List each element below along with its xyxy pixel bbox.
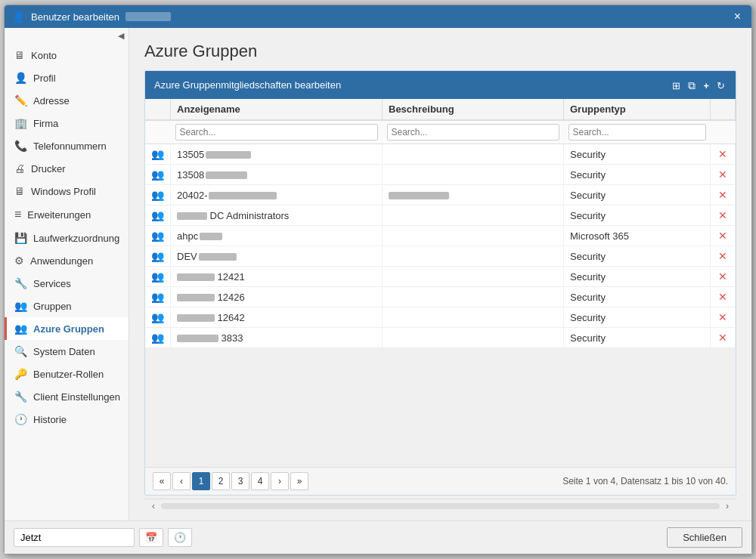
- row-gruppentyp: Security: [564, 328, 711, 348]
- benutzer-rollen-icon: 🔑: [14, 368, 27, 380]
- copy-button[interactable]: ⧉: [686, 77, 697, 93]
- row-action-cell: ✕: [711, 246, 736, 267]
- name-text: 12642: [215, 312, 245, 323]
- gruppen-icon: 👥: [14, 300, 27, 312]
- sidebar-item-telefonnummern[interactable]: 📞 Telefonnummern: [5, 134, 129, 157]
- sidebar-item-drucker[interactable]: 🖨 Drucker: [5, 157, 129, 180]
- sidebar-item-windows-profil[interactable]: 🖥 Windows Profil: [5, 180, 129, 202]
- sidebar: ◀ 🖥 Konto 👤 Profil ✏️ Adresse 🏢 Firma 📞 …: [5, 28, 129, 520]
- name-blur-suffix: [209, 192, 277, 199]
- scroll-track[interactable]: [161, 503, 720, 509]
- sidebar-item-erweiterungen[interactable]: ≡ Erweiterungen: [5, 202, 129, 227]
- export-button[interactable]: ⊞: [671, 77, 682, 93]
- row-gruppentyp: Security: [564, 307, 711, 328]
- row-anzeigename: 13505: [171, 144, 383, 165]
- delete-row-button[interactable]: ✕: [717, 230, 729, 242]
- clock-icon: 🕐: [174, 532, 186, 543]
- delete-row-button[interactable]: ✕: [717, 270, 729, 283]
- calendar-icon: 📅: [145, 532, 157, 543]
- sidebar-item-firma[interactable]: 🏢 Firma: [5, 112, 129, 134]
- titlebar-left: 👤 Benutzer bearbeiten: [12, 11, 171, 23]
- refresh-button[interactable]: ↻: [715, 77, 727, 93]
- delete-row-button[interactable]: ✕: [717, 168, 729, 181]
- main-content: ◀ 🖥 Konto 👤 Profil ✏️ Adresse 🏢 Firma 📞 …: [5, 28, 751, 520]
- sidebar-item-services[interactable]: 🔧 Services: [5, 272, 129, 295]
- first-page-button[interactable]: «: [153, 472, 171, 490]
- copy-icon: ⧉: [688, 79, 696, 91]
- row-beschreibung: [383, 144, 564, 165]
- sidebar-item-laufwerkzuordnung[interactable]: 💾 Laufwerkzuordnung: [5, 227, 129, 249]
- delete-row-button[interactable]: ✕: [717, 250, 729, 262]
- historie-icon: 🕐: [14, 413, 27, 425]
- name-blur-prefix: [177, 273, 215, 281]
- prev-page-button[interactable]: ‹: [172, 472, 191, 490]
- row-icon: 👥: [145, 144, 171, 165]
- table-row: 👥 12421Security✕: [145, 267, 736, 287]
- table-row: 👥13508Security✕: [145, 165, 736, 185]
- name-blur-suffix: [200, 233, 222, 240]
- row-gruppentyp: Security: [564, 205, 711, 226]
- table-body: 👥13505Security✕👥13508Security✕👥20402-Sec…: [145, 144, 736, 348]
- scroll-right-arrow[interactable]: ›: [723, 501, 732, 511]
- group-user-icon: 👥: [151, 168, 164, 181]
- delete-row-button[interactable]: ✕: [717, 311, 729, 323]
- calendar-button[interactable]: 📅: [139, 528, 163, 547]
- name-blur-suffix: [199, 253, 237, 261]
- sidebar-item-profil[interactable]: 👤 Profil: [5, 66, 129, 89]
- last-page-button[interactable]: »: [290, 472, 308, 490]
- sidebar-item-system-daten[interactable]: 🔍 System Daten: [5, 340, 129, 363]
- sidebar-item-historie[interactable]: 🕐 Historie: [5, 408, 129, 431]
- sidebar-item-gruppen[interactable]: 👥 Gruppen: [5, 295, 129, 317]
- clock-button[interactable]: 🕐: [168, 528, 192, 547]
- name-text: DC Administrators: [207, 210, 289, 221]
- row-beschreibung: [383, 246, 564, 267]
- close-main-button[interactable]: Schließen: [667, 527, 742, 548]
- group-user-icon: 👥: [151, 189, 164, 201]
- pagination-info: Seite 1 von 4, Datensatz 1 bis 10 von 40…: [562, 476, 728, 486]
- sidebar-item-konto[interactable]: 🖥 Konto: [5, 44, 129, 66]
- sidebar-item-anwendungen[interactable]: ⚙ Anwendungen: [5, 249, 129, 272]
- sidebar-item-label: Benutzer-Rollen: [33, 369, 104, 380]
- client-einstellungen-icon: 🔧: [14, 391, 27, 403]
- add-button[interactable]: +: [702, 77, 711, 93]
- search-beschreibung-input[interactable]: [387, 124, 559, 141]
- bottom-bar: 📅 🕐 Schließen: [5, 520, 751, 554]
- search-gruppentyp-input[interactable]: [569, 124, 706, 141]
- table-row: 👥 DC AdministratorsSecurity✕: [145, 205, 736, 226]
- group-user-icon: 👥: [151, 291, 164, 303]
- name-text: ahpc: [177, 230, 198, 242]
- pagination-bar: « ‹ 1 2 3 4 › » Seite 1 von 4, Datensatz…: [145, 467, 736, 495]
- row-action-cell: ✕: [711, 165, 736, 185]
- sidebar-item-label: Erweiterungen: [27, 209, 91, 221]
- group-user-icon: 👥: [151, 311, 164, 323]
- scroll-left-arrow[interactable]: ‹: [149, 501, 158, 511]
- name-text: 13508: [177, 169, 204, 181]
- sidebar-item-client-einstellungen[interactable]: 🔧 Client Einstellungen: [5, 385, 129, 408]
- page-4-button[interactable]: 4: [251, 472, 269, 490]
- date-input[interactable]: [14, 528, 135, 547]
- sidebar-collapse-button[interactable]: ◀: [5, 28, 129, 44]
- window-close-button[interactable]: ×: [731, 11, 744, 23]
- next-page-button[interactable]: ›: [271, 472, 289, 490]
- name-blur-prefix: [177, 335, 218, 342]
- delete-row-button[interactable]: ✕: [717, 189, 729, 201]
- page-3-button[interactable]: 3: [231, 472, 249, 490]
- export-icon: ⊞: [672, 80, 680, 91]
- sidebar-item-benutzer-rollen[interactable]: 🔑 Benutzer-Rollen: [5, 363, 129, 385]
- page-2-button[interactable]: 2: [212, 472, 230, 490]
- table-header-row: Anzeigename Beschreibung Gruppentyp: [145, 99, 736, 120]
- delete-row-button[interactable]: ✕: [717, 291, 729, 303]
- pagination-controls: « ‹ 1 2 3 4 › »: [153, 472, 308, 490]
- search-anzeigename-input[interactable]: [175, 124, 378, 141]
- row-icon: 👥: [145, 287, 171, 307]
- laufwerk-icon: 💾: [14, 232, 27, 244]
- delete-row-button[interactable]: ✕: [717, 209, 729, 221]
- delete-row-button[interactable]: ✕: [717, 148, 729, 160]
- name-blur-prefix: [177, 294, 215, 301]
- sidebar-item-adresse[interactable]: ✏️ Adresse: [5, 89, 129, 112]
- delete-row-button[interactable]: ✕: [717, 332, 729, 344]
- sidebar-item-azure-gruppen[interactable]: 👥 Azure Gruppen: [5, 317, 129, 340]
- row-action-cell: ✕: [711, 287, 736, 307]
- group-user-icon: 👥: [151, 230, 164, 242]
- page-1-button[interactable]: 1: [192, 472, 210, 490]
